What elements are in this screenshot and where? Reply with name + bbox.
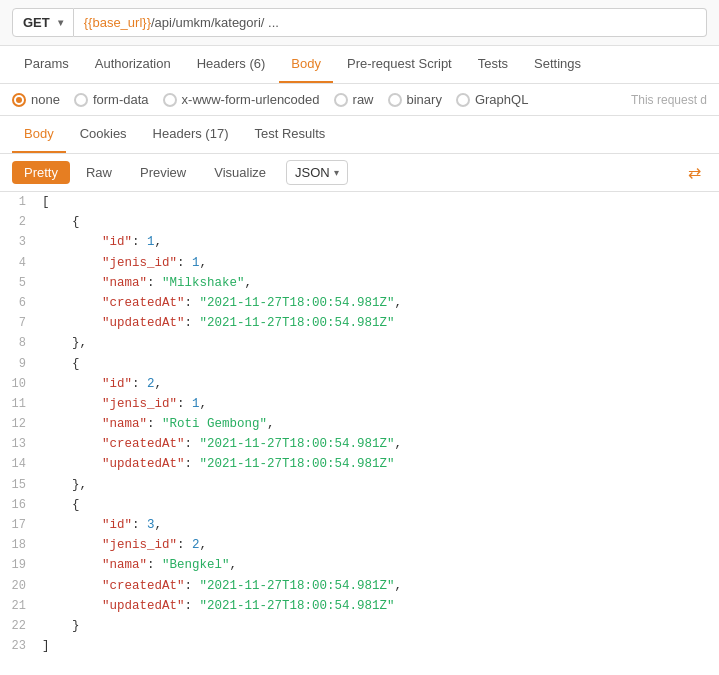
body-type-raw[interactable]: raw <box>334 92 374 107</box>
line-content: }, <box>42 333 719 353</box>
line-number: 8 <box>0 333 42 353</box>
line-content: "jenis_id": 2, <box>42 535 719 555</box>
line-content: [ <box>42 192 719 212</box>
code-line: 9 { <box>0 354 719 374</box>
code-line: 8 }, <box>0 333 719 353</box>
radio-graphql-dot <box>456 93 470 107</box>
fmt-raw-button[interactable]: Raw <box>74 161 124 184</box>
code-line: 22 } <box>0 616 719 636</box>
radio-none-dot <box>12 93 26 107</box>
format-type-select[interactable]: JSON ▾ <box>286 160 348 185</box>
line-content: "updatedAt": "2021-11-27T18:00:54.981Z" <box>42 454 719 474</box>
request-tabs: Params Authorization Headers (6) Body Pr… <box>0 46 719 84</box>
tab-pre-request[interactable]: Pre-request Script <box>335 46 464 83</box>
line-number: 15 <box>0 475 42 495</box>
line-number: 22 <box>0 616 42 636</box>
code-line: 10 "id": 2, <box>0 374 719 394</box>
line-number: 1 <box>0 192 42 212</box>
code-line: 14 "updatedAt": "2021-11-27T18:00:54.981… <box>0 454 719 474</box>
tab-authorization[interactable]: Authorization <box>83 46 183 83</box>
code-line: 18 "jenis_id": 2, <box>0 535 719 555</box>
method-selector[interactable]: GET ▾ <box>12 8 74 37</box>
format-select-arrow-icon: ▾ <box>334 167 339 178</box>
line-number: 13 <box>0 434 42 454</box>
line-content: "id": 3, <box>42 515 719 535</box>
code-line: 20 "createdAt": "2021-11-27T18:00:54.981… <box>0 576 719 596</box>
line-content: "updatedAt": "2021-11-27T18:00:54.981Z" <box>42 596 719 616</box>
line-number: 12 <box>0 414 42 434</box>
res-tab-cookies[interactable]: Cookies <box>68 116 139 153</box>
body-type-graphql[interactable]: GraphQL <box>456 92 528 107</box>
code-line: 16 { <box>0 495 719 515</box>
line-content: ] <box>42 636 719 656</box>
line-number: 11 <box>0 394 42 414</box>
code-line: 17 "id": 3, <box>0 515 719 535</box>
radio-formdata-label: form-data <box>93 92 149 107</box>
code-line: 13 "createdAt": "2021-11-27T18:00:54.981… <box>0 434 719 454</box>
radio-graphql-label: GraphQL <box>475 92 528 107</box>
tab-settings[interactable]: Settings <box>522 46 593 83</box>
code-line: 15 }, <box>0 475 719 495</box>
tab-tests[interactable]: Tests <box>466 46 520 83</box>
line-content: }, <box>42 475 719 495</box>
radio-binary-dot <box>388 93 402 107</box>
code-line: 12 "nama": "Roti Gembong", <box>0 414 719 434</box>
url-bar[interactable]: {{base_url}}/api/umkm/kategori/ ... <box>74 8 707 37</box>
line-number: 19 <box>0 555 42 575</box>
res-tab-body[interactable]: Body <box>12 116 66 153</box>
top-bar: GET ▾ {{base_url}}/api/umkm/kategori/ ..… <box>0 0 719 46</box>
response-tabs: Body Cookies Headers (17) Test Results <box>0 116 719 154</box>
code-line: 21 "updatedAt": "2021-11-27T18:00:54.981… <box>0 596 719 616</box>
line-number: 23 <box>0 636 42 656</box>
line-number: 7 <box>0 313 42 333</box>
line-content: } <box>42 616 719 636</box>
line-content: "jenis_id": 1, <box>42 253 719 273</box>
line-content: "updatedAt": "2021-11-27T18:00:54.981Z" <box>42 313 719 333</box>
fmt-pretty-button[interactable]: Pretty <box>12 161 70 184</box>
line-number: 5 <box>0 273 42 293</box>
radio-raw-label: raw <box>353 92 374 107</box>
line-number: 17 <box>0 515 42 535</box>
url-path: /api/umkm/kategori/ <box>151 15 264 30</box>
line-number: 14 <box>0 454 42 474</box>
line-number: 16 <box>0 495 42 515</box>
res-tab-test-results[interactable]: Test Results <box>242 116 337 153</box>
line-number: 10 <box>0 374 42 394</box>
line-number: 2 <box>0 212 42 232</box>
line-number: 18 <box>0 535 42 555</box>
format-bar: Pretty Raw Preview Visualize JSON ▾ ⇄ <box>0 154 719 192</box>
body-type-binary[interactable]: binary <box>388 92 442 107</box>
wrap-lines-icon[interactable]: ⇄ <box>682 161 707 184</box>
fmt-visualize-button[interactable]: Visualize <box>202 161 278 184</box>
tab-body[interactable]: Body <box>279 46 333 83</box>
body-type-form-data[interactable]: form-data <box>74 92 149 107</box>
radio-urlencoded-label: x-www-form-urlencoded <box>182 92 320 107</box>
line-content: "id": 1, <box>42 232 719 252</box>
tab-headers[interactable]: Headers (6) <box>185 46 278 83</box>
code-line: 5 "nama": "Milkshake", <box>0 273 719 293</box>
code-line: 4 "jenis_id": 1, <box>0 253 719 273</box>
code-line: 2 { <box>0 212 719 232</box>
line-number: 6 <box>0 293 42 313</box>
method-chevron-icon: ▾ <box>58 17 63 28</box>
format-type-value: JSON <box>295 165 330 180</box>
method-label: GET <box>23 15 50 30</box>
fmt-preview-button[interactable]: Preview <box>128 161 198 184</box>
line-content: "createdAt": "2021-11-27T18:00:54.981Z", <box>42 293 719 313</box>
line-content: "nama": "Roti Gembong", <box>42 414 719 434</box>
body-type-none[interactable]: none <box>12 92 60 107</box>
radio-none-label: none <box>31 92 60 107</box>
code-line: 7 "updatedAt": "2021-11-27T18:00:54.981Z… <box>0 313 719 333</box>
tab-params[interactable]: Params <box>12 46 81 83</box>
code-line: 23] <box>0 636 719 656</box>
line-content: "jenis_id": 1, <box>42 394 719 414</box>
code-line: 1[ <box>0 192 719 212</box>
line-content: { <box>42 495 719 515</box>
request-info-text: This request d <box>631 93 707 107</box>
res-tab-headers[interactable]: Headers (17) <box>141 116 241 153</box>
line-content: "id": 2, <box>42 374 719 394</box>
line-number: 3 <box>0 232 42 252</box>
radio-formdata-dot <box>74 93 88 107</box>
body-type-urlencoded[interactable]: x-www-form-urlencoded <box>163 92 320 107</box>
line-content: "nama": "Bengkel", <box>42 555 719 575</box>
